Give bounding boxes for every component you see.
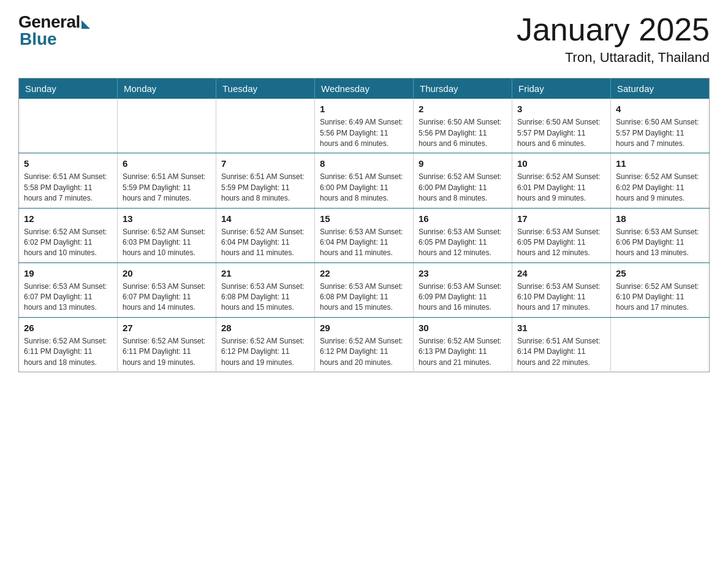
- day-info: Sunrise: 6:51 AM Sunset: 6:14 PM Dayligh…: [517, 336, 605, 368]
- day-number: 23: [419, 267, 507, 280]
- calendar-cell: 2Sunrise: 6:50 AM Sunset: 5:56 PM Daylig…: [414, 99, 512, 153]
- calendar-cell: 14Sunrise: 6:52 AM Sunset: 6:04 PM Dayli…: [216, 208, 315, 262]
- day-info: Sunrise: 6:50 AM Sunset: 5:57 PM Dayligh…: [517, 117, 605, 149]
- day-number: 17: [517, 212, 605, 225]
- day-info: Sunrise: 6:50 AM Sunset: 5:56 PM Dayligh…: [419, 117, 507, 149]
- calendar-cell: 4Sunrise: 6:50 AM Sunset: 5:57 PM Daylig…: [611, 99, 710, 153]
- calendar-cell: 19Sunrise: 6:53 AM Sunset: 6:07 PM Dayli…: [19, 262, 118, 317]
- day-info: Sunrise: 6:53 AM Sunset: 6:06 PM Dayligh…: [616, 227, 704, 259]
- day-number: 25: [616, 267, 704, 280]
- day-info: Sunrise: 6:52 AM Sunset: 6:11 PM Dayligh…: [123, 336, 211, 368]
- day-number: 11: [616, 157, 704, 170]
- day-number: 2: [419, 102, 507, 115]
- title-area: January 2025 Tron, Uttaradit, Thailand: [517, 12, 710, 66]
- calendar-cell: 15Sunrise: 6:53 AM Sunset: 6:04 PM Dayli…: [315, 208, 414, 262]
- header-row: SundayMondayTuesdayWednesdayThursdayFrid…: [19, 79, 710, 99]
- calendar-cell: 1Sunrise: 6:49 AM Sunset: 5:56 PM Daylig…: [315, 99, 414, 153]
- day-info: Sunrise: 6:53 AM Sunset: 6:05 PM Dayligh…: [517, 227, 605, 259]
- calendar-cell: 27Sunrise: 6:52 AM Sunset: 6:11 PM Dayli…: [118, 317, 216, 372]
- week-row-5: 26Sunrise: 6:52 AM Sunset: 6:11 PM Dayli…: [19, 317, 710, 372]
- day-info: Sunrise: 6:53 AM Sunset: 6:07 PM Dayligh…: [123, 282, 211, 313]
- day-number: 31: [517, 321, 605, 334]
- day-info: Sunrise: 6:52 AM Sunset: 6:00 PM Dayligh…: [419, 172, 507, 204]
- calendar-cell: 31Sunrise: 6:51 AM Sunset: 6:14 PM Dayli…: [512, 317, 611, 372]
- calendar-cell: 28Sunrise: 6:52 AM Sunset: 6:12 PM Dayli…: [216, 317, 315, 372]
- calendar-cell: 18Sunrise: 6:53 AM Sunset: 6:06 PM Dayli…: [611, 208, 710, 262]
- calendar-cell: 29Sunrise: 6:52 AM Sunset: 6:12 PM Dayli…: [315, 317, 414, 372]
- page-header: General Blue January 2025 Tron, Uttaradi…: [18, 12, 710, 66]
- day-number: 12: [24, 212, 112, 225]
- day-number: 16: [419, 212, 507, 225]
- day-info: Sunrise: 6:49 AM Sunset: 5:56 PM Dayligh…: [320, 117, 408, 149]
- day-info: Sunrise: 6:52 AM Sunset: 6:02 PM Dayligh…: [24, 227, 112, 259]
- day-info: Sunrise: 6:51 AM Sunset: 6:00 PM Dayligh…: [320, 172, 408, 204]
- day-number: 21: [221, 267, 309, 280]
- day-info: Sunrise: 6:52 AM Sunset: 6:11 PM Dayligh…: [24, 336, 112, 368]
- calendar-cell: [19, 99, 118, 153]
- column-header-monday: Monday: [118, 79, 216, 99]
- day-number: 3: [517, 102, 605, 115]
- calendar-cell: 13Sunrise: 6:52 AM Sunset: 6:03 PM Dayli…: [118, 208, 216, 262]
- calendar-cell: 20Sunrise: 6:53 AM Sunset: 6:07 PM Dayli…: [118, 262, 216, 317]
- logo-blue-text: Blue: [20, 29, 57, 49]
- calendar-cell: [611, 317, 710, 372]
- calendar-subtitle: Tron, Uttaradit, Thailand: [517, 50, 710, 66]
- day-info: Sunrise: 6:52 AM Sunset: 6:02 PM Dayligh…: [616, 172, 704, 204]
- day-number: 7: [221, 157, 309, 170]
- column-header-saturday: Saturday: [611, 79, 710, 99]
- day-number: 19: [24, 267, 112, 280]
- day-number: 8: [320, 157, 408, 170]
- day-info: Sunrise: 6:51 AM Sunset: 5:58 PM Dayligh…: [24, 172, 112, 204]
- calendar-cell: 24Sunrise: 6:53 AM Sunset: 6:10 PM Dayli…: [512, 262, 611, 317]
- day-info: Sunrise: 6:53 AM Sunset: 6:07 PM Dayligh…: [24, 282, 112, 313]
- column-header-sunday: Sunday: [19, 79, 118, 99]
- day-info: Sunrise: 6:52 AM Sunset: 6:01 PM Dayligh…: [517, 172, 605, 204]
- calendar-cell: 7Sunrise: 6:51 AM Sunset: 5:59 PM Daylig…: [216, 153, 315, 208]
- week-row-1: 1Sunrise: 6:49 AM Sunset: 5:56 PM Daylig…: [19, 99, 710, 153]
- day-number: 28: [221, 321, 309, 334]
- calendar-cell: [216, 99, 315, 153]
- calendar-cell: 5Sunrise: 6:51 AM Sunset: 5:58 PM Daylig…: [19, 153, 118, 208]
- logo-arrow-icon: [82, 20, 90, 29]
- calendar-cell: 12Sunrise: 6:52 AM Sunset: 6:02 PM Dayli…: [19, 208, 118, 262]
- day-number: 6: [123, 157, 211, 170]
- calendar-cell: 26Sunrise: 6:52 AM Sunset: 6:11 PM Dayli…: [19, 317, 118, 372]
- day-number: 20: [123, 267, 211, 280]
- week-row-3: 12Sunrise: 6:52 AM Sunset: 6:02 PM Dayli…: [19, 208, 710, 262]
- day-number: 29: [320, 321, 408, 334]
- day-number: 14: [221, 212, 309, 225]
- day-info: Sunrise: 6:53 AM Sunset: 6:09 PM Dayligh…: [419, 282, 507, 313]
- calendar-title: January 2025: [517, 12, 710, 47]
- day-info: Sunrise: 6:53 AM Sunset: 6:10 PM Dayligh…: [517, 282, 605, 313]
- calendar-body: 1Sunrise: 6:49 AM Sunset: 5:56 PM Daylig…: [19, 99, 710, 372]
- calendar-cell: 17Sunrise: 6:53 AM Sunset: 6:05 PM Dayli…: [512, 208, 611, 262]
- calendar-cell: 16Sunrise: 6:53 AM Sunset: 6:05 PM Dayli…: [414, 208, 512, 262]
- calendar-cell: 30Sunrise: 6:52 AM Sunset: 6:13 PM Dayli…: [414, 317, 512, 372]
- day-number: 5: [24, 157, 112, 170]
- calendar-cell: 22Sunrise: 6:53 AM Sunset: 6:08 PM Dayli…: [315, 262, 414, 317]
- calendar-cell: 8Sunrise: 6:51 AM Sunset: 6:00 PM Daylig…: [315, 153, 414, 208]
- day-info: Sunrise: 6:50 AM Sunset: 5:57 PM Dayligh…: [616, 117, 704, 149]
- day-number: 9: [419, 157, 507, 170]
- day-info: Sunrise: 6:53 AM Sunset: 6:08 PM Dayligh…: [221, 282, 309, 313]
- day-number: 4: [616, 102, 704, 115]
- week-row-2: 5Sunrise: 6:51 AM Sunset: 5:58 PM Daylig…: [19, 153, 710, 208]
- calendar-table: SundayMondayTuesdayWednesdayThursdayFrid…: [18, 78, 710, 372]
- day-number: 27: [123, 321, 211, 334]
- calendar-cell: 11Sunrise: 6:52 AM Sunset: 6:02 PM Dayli…: [611, 153, 710, 208]
- day-number: 30: [419, 321, 507, 334]
- calendar-cell: 6Sunrise: 6:51 AM Sunset: 5:59 PM Daylig…: [118, 153, 216, 208]
- day-info: Sunrise: 6:52 AM Sunset: 6:13 PM Dayligh…: [419, 336, 507, 368]
- day-info: Sunrise: 6:52 AM Sunset: 6:03 PM Dayligh…: [123, 227, 211, 259]
- day-info: Sunrise: 6:51 AM Sunset: 5:59 PM Dayligh…: [221, 172, 309, 204]
- day-info: Sunrise: 6:53 AM Sunset: 6:08 PM Dayligh…: [320, 282, 408, 313]
- column-header-wednesday: Wednesday: [315, 79, 414, 99]
- day-info: Sunrise: 6:52 AM Sunset: 6:04 PM Dayligh…: [221, 227, 309, 259]
- calendar-cell: 21Sunrise: 6:53 AM Sunset: 6:08 PM Dayli…: [216, 262, 315, 317]
- logo: General Blue: [18, 12, 90, 49]
- calendar-cell: 10Sunrise: 6:52 AM Sunset: 6:01 PM Dayli…: [512, 153, 611, 208]
- day-info: Sunrise: 6:52 AM Sunset: 6:10 PM Dayligh…: [616, 282, 704, 313]
- day-info: Sunrise: 6:52 AM Sunset: 6:12 PM Dayligh…: [221, 336, 309, 368]
- calendar-cell: 25Sunrise: 6:52 AM Sunset: 6:10 PM Dayli…: [611, 262, 710, 317]
- day-number: 15: [320, 212, 408, 225]
